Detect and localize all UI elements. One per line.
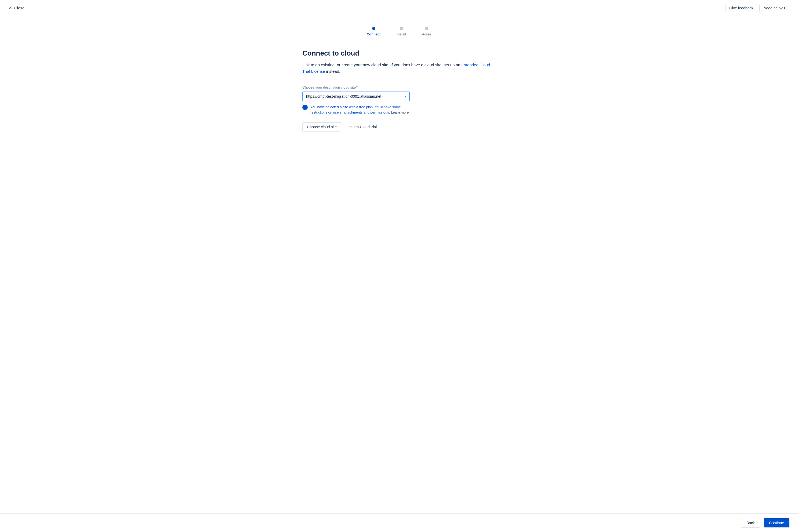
action-buttons: Choose cloud site Get Jira Cloud trial — [302, 122, 410, 132]
top-right-actions: Give feedback Need help? ▾ — [725, 4, 790, 12]
description-suffix: instead. — [326, 69, 340, 74]
choose-cloud-site-button[interactable]: Choose cloud site — [302, 122, 341, 132]
cloud-site-select[interactable]: https://cmpt-test-migration-0001.atlassi… — [302, 92, 410, 101]
select-wrapper: https://cmpt-test-migration-0001.atlassi… — [302, 92, 410, 101]
give-feedback-button[interactable]: Give feedback — [725, 4, 758, 12]
step-agree: Agree — [422, 27, 431, 36]
step-dot-install — [400, 27, 403, 30]
info-text: You have selected a site with a free pla… — [310, 104, 410, 115]
learn-more-link[interactable]: Learn more — [391, 110, 409, 114]
page-description: Link to an existing, or create your new … — [302, 62, 496, 75]
close-icon: ✕ — [8, 5, 12, 11]
step-label-install: Install — [397, 32, 406, 36]
top-nav: ✕ Close Give feedback Need help? ▾ — [0, 0, 798, 16]
step-connect: Connect — [367, 27, 381, 36]
info-icon: i — [302, 105, 308, 110]
main-content: Connect Install Agree Connect to cloud L… — [0, 16, 798, 513]
get-jira-trial-button[interactable]: Get Jira Cloud trial — [345, 123, 378, 131]
step-install: Install — [397, 27, 406, 36]
step-dot-connect — [372, 27, 375, 30]
required-indicator: * — [356, 86, 358, 89]
chevron-down-icon: ▾ — [784, 6, 785, 10]
stepper: Connect Install Agree — [367, 27, 431, 36]
field-label: Choose your destination cloud site* — [302, 86, 410, 89]
page-title: Connect to cloud — [302, 49, 496, 57]
need-help-button[interactable]: Need help? ▾ — [759, 4, 790, 12]
continue-button[interactable]: Continue — [764, 518, 790, 528]
step-dot-agree — [425, 27, 428, 30]
description-text: Link to an existing, or create your new … — [302, 62, 460, 67]
close-label: Close — [14, 6, 24, 10]
bottom-bar: Back Continue — [0, 513, 798, 532]
info-message: i You have selected a site with a free p… — [302, 104, 410, 115]
back-button[interactable]: Back — [741, 518, 760, 528]
close-button[interactable]: ✕ Close — [8, 5, 24, 11]
page-content: Connect to cloud Link to an existing, or… — [302, 49, 496, 132]
step-label-connect: Connect — [367, 32, 381, 36]
step-label-agree: Agree — [422, 32, 431, 36]
need-help-label: Need help? — [763, 6, 783, 10]
form-section: Choose your destination cloud site* http… — [302, 86, 410, 132]
